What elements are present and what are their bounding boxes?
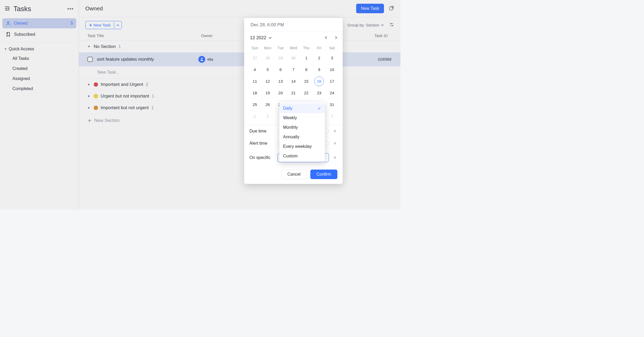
sidebar-item-subscribed[interactable]: Subscribed (2, 29, 76, 39)
recurrence-option[interactable]: Daily✓ (279, 103, 325, 113)
priority-dot-red (94, 82, 98, 87)
qa-all-tasks[interactable]: All Tasks (2, 54, 76, 64)
new-task-dropdown-button[interactable] (114, 22, 122, 28)
section-name: No Section (94, 44, 116, 49)
calendar-day[interactable]: 19 (263, 88, 272, 98)
calendar-day[interactable]: 17 (327, 77, 337, 86)
section-count: 1 (151, 105, 154, 110)
recurrence-option[interactable]: Weekly (279, 113, 325, 123)
sidebar-item-label: Subscribed (14, 32, 35, 37)
clear-alert-time[interactable]: ✕ (333, 141, 337, 145)
section-count: 1 (152, 94, 154, 99)
cancel-button[interactable]: Cancel (281, 170, 307, 179)
calendar-day[interactable]: 5 (263, 65, 272, 74)
avatar (198, 56, 205, 63)
calendar-day[interactable]: 21 (289, 88, 298, 98)
section-urgent-not-important[interactable]: Urgent but not important 1 (79, 90, 400, 102)
clear-on-specific[interactable]: ✕ (333, 156, 337, 160)
calendar-day[interactable]: 6 (276, 65, 285, 74)
calendar-day[interactable]: 15 (302, 77, 311, 86)
settings-icon[interactable] (389, 22, 394, 28)
calendar-day[interactable]: 9 (314, 65, 324, 74)
new-task-inline-button[interactable]: New Task (86, 21, 114, 29)
calendar-day[interactable]: 2 (263, 112, 272, 121)
section-important-urgent[interactable]: Important and Urgent 2 (79, 79, 400, 90)
new-section-button[interactable]: New Section (79, 114, 400, 126)
group-by-control[interactable]: Group by: Section (347, 23, 384, 27)
svg-marker-21 (88, 107, 90, 109)
calendar-day[interactable]: 12 (263, 77, 272, 86)
caret-down-icon (87, 45, 91, 48)
check-icon: ✓ (318, 106, 321, 111)
task-row[interactable]: sort feature updates monthly elia t10056… (79, 52, 400, 66)
popout-icon[interactable] (389, 6, 394, 12)
calendar-day[interactable]: 31 (327, 100, 337, 109)
calendar-day[interactable]: 3 (327, 53, 337, 63)
svg-marker-19 (88, 83, 90, 86)
qa-created[interactable]: Created (2, 64, 76, 74)
calendar-day[interactable]: 23 (314, 88, 324, 98)
month-selector[interactable]: 12 2022 (250, 35, 272, 41)
calendar-day[interactable]: 2 (314, 53, 324, 63)
calendar-day[interactable]: 25 (250, 100, 260, 109)
svg-marker-5 (5, 48, 7, 50)
confirm-button[interactable]: Confirm (310, 170, 337, 179)
caret-right-icon (87, 106, 91, 109)
recurrence-option[interactable]: Custom (279, 151, 325, 161)
due-time-label: Due time (249, 129, 274, 134)
calendar-day[interactable]: 20 (276, 88, 285, 98)
main-header: Owned New Task (79, 0, 400, 17)
calendar-day[interactable]: 4 (250, 65, 260, 74)
calendar-day[interactable]: 28 (263, 53, 272, 63)
more-icon[interactable]: ••• (67, 6, 74, 12)
calendar-day[interactable]: 8 (302, 65, 311, 74)
calendar-day[interactable]: 26 (263, 100, 272, 109)
clear-due-time[interactable]: ✕ (333, 129, 337, 133)
calendar-day[interactable]: 11 (250, 77, 260, 86)
section-count: 1 (118, 44, 121, 49)
next-month-button[interactable] (334, 36, 338, 40)
main: Owned New Task New Task (79, 0, 400, 210)
toolbar: New Task Ong Group by: Section (79, 17, 400, 30)
calendar-day[interactable]: 14 (289, 77, 298, 86)
calendar-day[interactable]: 30 (289, 53, 298, 63)
calendar-day[interactable]: 13 (276, 77, 285, 86)
calendar-day[interactable]: 1 (250, 112, 260, 121)
calendar-day[interactable]: 16 (314, 77, 324, 86)
calendar-day[interactable]: 27 (250, 53, 260, 63)
new-task-placeholder[interactable]: New Task... (79, 66, 400, 79)
svg-marker-20 (88, 95, 90, 97)
qa-completed[interactable]: Completed (2, 84, 76, 94)
recurrence-option[interactable]: Monthly (279, 123, 325, 132)
plus-icon (87, 118, 92, 123)
table-header: Task Title Owner Task ID (79, 30, 400, 41)
calendar-day[interactable]: 10 (327, 65, 337, 74)
calendar-day[interactable]: 29 (276, 53, 285, 63)
sidebar-item-owned[interactable]: Owned 5 (2, 18, 76, 28)
collapse-icon[interactable] (4, 5, 10, 12)
quick-access-header[interactable]: Quick Access (2, 42, 76, 54)
recurrence-option[interactable]: Every weekday (279, 142, 325, 151)
qa-assigned[interactable]: Assigned (2, 74, 76, 84)
chevron-down-icon (268, 36, 272, 40)
calendar-day[interactable]: 1 (302, 53, 311, 63)
calendar-nav: 12 2022 (244, 32, 343, 42)
recurrence-option[interactable]: Annually (279, 132, 325, 142)
section-no-section[interactable]: No Section 1 (79, 41, 400, 52)
col-owner: Owner (201, 33, 246, 38)
calendar-day[interactable]: 22 (302, 88, 311, 98)
page-title: Owned (85, 5, 103, 12)
calendar-day[interactable]: 18 (250, 88, 260, 98)
prev-month-button[interactable] (324, 36, 328, 40)
new-task-button[interactable]: New Task (356, 4, 384, 13)
calendar-day[interactable]: 24 (327, 88, 337, 98)
date-summary: Dec 28, 6:00 PM (244, 18, 343, 32)
section-name: Urgent but not important (101, 94, 149, 99)
section-important-not-urgent[interactable]: Important but not urgent 1 (79, 102, 400, 114)
dow-label: Tue (274, 44, 287, 52)
calendar-day[interactable]: 7 (327, 112, 337, 121)
quick-access-label: Quick Access (9, 47, 34, 51)
task-checkbox[interactable] (87, 57, 93, 62)
calendar-day[interactable]: 7 (289, 65, 298, 74)
new-task-pill: New Task (85, 21, 122, 29)
